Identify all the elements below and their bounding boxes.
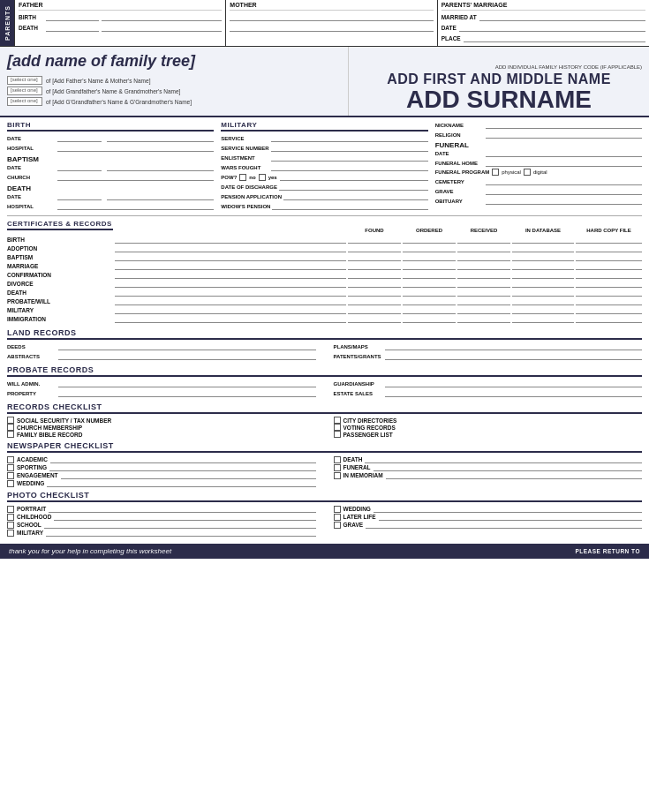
- nickname-line[interactable]: [486, 121, 642, 129]
- cert-hardcopy-line[interactable]: [576, 306, 642, 314]
- cert-found-line[interactable]: [348, 289, 401, 297]
- cert-ordered-line[interactable]: [403, 236, 456, 244]
- wedding-ph-checkbox[interactable]: [334, 506, 341, 513]
- bible-checkbox[interactable]: [7, 431, 14, 438]
- plans-maps-line[interactable]: [385, 342, 643, 350]
- service-line[interactable]: [271, 134, 427, 142]
- death-date-line[interactable]: [57, 192, 102, 200]
- cert-found-line[interactable]: [348, 244, 401, 252]
- married-at-line[interactable]: [479, 12, 645, 21]
- cert-database-line[interactable]: [512, 315, 574, 323]
- birth-place-line[interactable]: [107, 134, 214, 142]
- engagement-checkbox[interactable]: [7, 472, 14, 479]
- cert-found-line[interactable]: [348, 253, 401, 261]
- cert-found-line[interactable]: [348, 315, 401, 323]
- cert-database-line[interactable]: [512, 271, 574, 279]
- father-death-place[interactable]: [102, 23, 222, 32]
- will-admin-line[interactable]: [58, 380, 316, 387]
- select-one-3[interactable]: [select one]: [7, 97, 42, 106]
- cert-row-name-line[interactable]: [115, 315, 346, 323]
- father-birth-date[interactable]: [46, 12, 99, 21]
- baptism-place-line[interactable]: [107, 163, 214, 171]
- wedding-ph-line[interactable]: [374, 505, 642, 513]
- church-checkbox[interactable]: [7, 424, 14, 431]
- funeral-date-line[interactable]: [486, 149, 642, 157]
- physical-checkbox[interactable]: [492, 169, 499, 176]
- cert-row-name-line[interactable]: [115, 306, 346, 314]
- deeds-line[interactable]: [58, 342, 316, 350]
- cert-database-line[interactable]: [512, 253, 574, 261]
- religion-line[interactable]: [486, 131, 642, 139]
- death-place-line[interactable]: [107, 192, 214, 200]
- cert-received-line[interactable]: [457, 306, 510, 314]
- cert-found-line[interactable]: [348, 236, 401, 244]
- cert-hardcopy-line[interactable]: [576, 280, 642, 288]
- death-np-checkbox[interactable]: [334, 456, 341, 463]
- cert-hardcopy-line[interactable]: [576, 271, 642, 279]
- cert-hardcopy-line[interactable]: [576, 289, 642, 297]
- cert-found-line[interactable]: [348, 280, 401, 288]
- childhood-checkbox[interactable]: [7, 514, 14, 521]
- ss-checkbox[interactable]: [7, 417, 14, 424]
- cert-received-line[interactable]: [457, 289, 510, 297]
- cert-row-name-line[interactable]: [115, 236, 346, 244]
- cert-database-line[interactable]: [512, 289, 574, 297]
- cert-ordered-line[interactable]: [403, 271, 456, 279]
- cert-row-name-line[interactable]: [115, 244, 346, 252]
- voting-checkbox[interactable]: [334, 424, 341, 431]
- patents-line[interactable]: [385, 352, 643, 360]
- widows-pension-line[interactable]: [272, 202, 427, 210]
- cert-hardcopy-line[interactable]: [576, 262, 642, 270]
- cert-row-name-line[interactable]: [115, 297, 346, 305]
- cert-row-name-line[interactable]: [115, 253, 346, 261]
- cert-ordered-line[interactable]: [403, 289, 456, 297]
- cert-hardcopy-line[interactable]: [576, 315, 642, 323]
- cert-row-name-line[interactable]: [115, 280, 346, 288]
- cert-database-line[interactable]: [512, 297, 574, 305]
- cert-ordered-line[interactable]: [403, 306, 456, 314]
- cert-found-line[interactable]: [348, 262, 401, 270]
- cert-received-line[interactable]: [457, 244, 510, 252]
- mother-birth-line[interactable]: [230, 12, 433, 21]
- cert-received-line[interactable]: [457, 262, 510, 270]
- father-death-date[interactable]: [46, 23, 99, 32]
- obituary-line[interactable]: [486, 197, 642, 205]
- passenger-checkbox[interactable]: [334, 431, 341, 438]
- engagement-line[interactable]: [61, 471, 316, 479]
- pension-line[interactable]: [283, 192, 428, 200]
- pow-yes-checkbox[interactable]: [259, 174, 266, 181]
- cert-received-line[interactable]: [457, 315, 510, 323]
- abstracts-line[interactable]: [58, 352, 316, 360]
- select-one-2[interactable]: [select one]: [7, 86, 42, 95]
- cert-ordered-line[interactable]: [403, 280, 456, 288]
- death-hospital-line[interactable]: [57, 202, 214, 210]
- family-tree-name[interactable]: [add name of family tree]: [7, 52, 341, 71]
- cert-ordered-line[interactable]: [403, 315, 456, 323]
- cert-database-line[interactable]: [512, 236, 574, 244]
- cert-found-line[interactable]: [348, 271, 401, 279]
- death-np-line[interactable]: [365, 455, 642, 463]
- school-checkbox[interactable]: [7, 522, 14, 529]
- grave-ph-checkbox[interactable]: [334, 522, 341, 529]
- school-line[interactable]: [44, 521, 316, 529]
- laterlife-line[interactable]: [379, 513, 642, 521]
- cert-row-name-line[interactable]: [115, 262, 346, 270]
- service-number-line[interactable]: [271, 144, 427, 152]
- birth-date-line[interactable]: [57, 134, 102, 142]
- cert-received-line[interactable]: [457, 253, 510, 261]
- city-checkbox[interactable]: [334, 417, 341, 424]
- childhood-line[interactable]: [54, 513, 315, 521]
- select-one-1[interactable]: [select one]: [7, 76, 42, 85]
- cert-hardcopy-line[interactable]: [576, 244, 642, 252]
- cert-hardcopy-line[interactable]: [576, 297, 642, 305]
- cert-row-name-line[interactable]: [115, 289, 346, 297]
- inmemoriam-np-checkbox[interactable]: [334, 472, 341, 479]
- wedding-np-checkbox[interactable]: [7, 480, 14, 487]
- cert-hardcopy-line[interactable]: [576, 253, 642, 261]
- guardianship-line[interactable]: [385, 380, 643, 387]
- wars-line[interactable]: [271, 163, 427, 171]
- cert-received-line[interactable]: [457, 271, 510, 279]
- cemetery-line[interactable]: [486, 177, 642, 185]
- cert-hardcopy-line[interactable]: [576, 236, 642, 244]
- cert-ordered-line[interactable]: [403, 253, 456, 261]
